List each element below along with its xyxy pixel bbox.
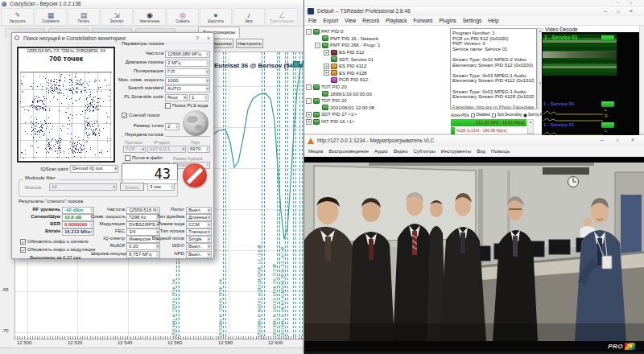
menu-item[interactable]: Аудио (374, 149, 388, 154)
result-value[interactable]: Transport (186, 228, 212, 236)
expand-icon[interactable]: + (324, 64, 329, 69)
stop-scan-icon[interactable] (183, 163, 207, 187)
tree-item[interactable]: PMT PID 16 - Network (306, 35, 449, 43)
pl-scramble-mode[interactable]: Root (165, 94, 188, 101)
pid-rate-bar[interactable]: 512 (97.04% - 15.83 Mbps) (451, 119, 526, 126)
menu-item[interactable]: Видео (394, 149, 408, 154)
tree-item[interactable]: + SDT PID 17 <1> (306, 111, 449, 118)
tree-item[interactable]: + ES PID 512 (306, 49, 449, 56)
minimize-icon[interactable]: – (617, 0, 619, 5)
expand-icon[interactable]: + (306, 119, 312, 125)
tree-item[interactable]: - TDT PID 20 (306, 97, 449, 105)
result-value[interactable]: CCM (186, 221, 212, 228)
tree-item[interactable]: 1899/1/19 00:00:00 (306, 90, 449, 97)
update-info-checkbox[interactable]: Обновлять инфо о сигнале (20, 239, 89, 245)
menu-item[interactable]: Медиа (308, 149, 323, 154)
result-value[interactable]: Выкл. (186, 251, 212, 258)
expand-icon[interactable]: - (306, 29, 312, 35)
menu-item[interactable]: View (345, 18, 356, 23)
expand-icon[interactable]: + (324, 70, 329, 76)
tree-item[interactable]: - PMT PID 266 - Progr. 1 (306, 42, 449, 49)
pl-scramble-number[interactable]: 1 (189, 94, 208, 101)
result-value[interactable]: Выкл. (186, 207, 212, 214)
menu-item[interactable]: Export (323, 18, 338, 23)
minimize-icon[interactable]: – (601, 7, 610, 15)
tsreader-scrollbar[interactable] (639, 26, 644, 135)
menu-item[interactable]: File (308, 18, 316, 23)
pid-rate-bar[interactable]: 4128 (1.21% - 196.99 Kbps) (451, 127, 526, 134)
constellation-dot (60, 76, 61, 76)
tree-item[interactable]: + ES PID 4112 (306, 63, 449, 70)
disabled-checkbox[interactable]: Disabled (471, 113, 490, 117)
expand-icon[interactable]: - (306, 98, 312, 104)
toolbar-button[interactable]: Загрузить (2, 8, 34, 26)
menu-item[interactable]: Помощь (491, 149, 510, 154)
expand-icon[interactable]: - (306, 84, 312, 90)
tree-item[interactable]: 2001/06/01 12:00:08 (306, 105, 449, 112)
toolbar-button[interactable]: Печать (68, 8, 100, 26)
pls-search-checkbox[interactable]: Поиск PLS-кода (165, 103, 208, 109)
protocol-select[interactable]: TCP (123, 146, 146, 153)
port-field[interactable]: 6970 (188, 146, 210, 153)
vlc-video-area[interactable]: PRO TV (304, 157, 644, 354)
tree-item[interactable]: SDT: Service 01 (306, 56, 449, 63)
maximize-icon[interactable]: □ (613, 136, 622, 144)
expand-icon[interactable]: + (324, 50, 329, 56)
tree-item[interactable]: + ES PID 4128 (306, 70, 449, 77)
toolbar-button[interactable]: Сохранить (35, 8, 67, 26)
param-value[interactable]: 2 МГц (165, 60, 210, 67)
dot-size-value[interactable]: 2 (165, 123, 180, 130)
configure-button[interactable]: Настроить (236, 39, 263, 48)
modcode-select[interactable]: All (49, 183, 117, 191)
menu-item[interactable]: Playback (386, 18, 407, 23)
update-info-checkbox[interactable]: Обновлять инфо о модуляции (20, 247, 95, 253)
toolbar-button[interactable]: Транспондеры (266, 8, 298, 26)
tree-item[interactable]: PCR PID 512 (306, 76, 449, 84)
toolbar-button[interactable]: Экспорт (101, 8, 133, 26)
menu-item[interactable]: Help (488, 18, 498, 23)
tree-item[interactable]: - PAT PID 0 (306, 28, 449, 35)
param-value[interactable]: AUTO (165, 85, 210, 93)
expand-icon[interactable]: - (315, 43, 320, 48)
result-value[interactable]: Выкл. (186, 243, 212, 250)
toolbar-button[interactable]: Звук (233, 8, 265, 26)
result-value: 16,313 Мби (62, 228, 94, 236)
result-value[interactable]: Длинный (186, 214, 212, 221)
sort-by-rate-radio[interactable]: Sort by Rate (523, 113, 542, 117)
ip-address-field[interactable]: 127.0.0.1 (147, 146, 186, 153)
menu-item[interactable]: Субтитры (413, 149, 435, 154)
toolbar-button[interactable]: Увеличение (134, 8, 166, 26)
tree-item[interactable]: - TOT PID 20 (306, 84, 449, 91)
pid-scrollbar[interactable]: ▲ (527, 119, 534, 134)
param-value[interactable]: Г/Л (165, 68, 210, 76)
menu-item[interactable]: Record (362, 18, 379, 23)
minimize-icon[interactable]: – (597, 136, 607, 144)
detect-button[interactable]: Detect (120, 183, 144, 191)
detect-interval[interactable]: 3 сек (147, 183, 175, 191)
constellation-dot (72, 92, 72, 93)
help-button[interactable]: ? (192, 35, 202, 43)
menu-item[interactable]: Инструменты (441, 149, 471, 154)
close-icon[interactable]: × (204, 35, 213, 43)
close-icon[interactable]: × (626, 7, 636, 15)
menu-item[interactable]: Вид (477, 149, 485, 154)
menu-item[interactable]: Воспроизведение (328, 149, 369, 154)
menu-item[interactable]: Forward (414, 18, 433, 23)
menu-item[interactable]: Settings (463, 18, 482, 23)
tree-item[interactable]: + NIT PID 16 <1> (306, 118, 449, 126)
sort-descending-checkbox[interactable]: Sort Decending (492, 113, 522, 117)
result-value[interactable]: Single (186, 236, 212, 243)
maximize-icon[interactable]: □ (613, 7, 623, 15)
blind-search-checkbox[interactable]: Слепой поиск (122, 113, 159, 118)
toolbar-button[interactable]: Сканить (167, 8, 199, 26)
toolbar-button[interactable]: Шерстить (200, 8, 232, 26)
menu-item[interactable]: Plugins (439, 18, 456, 23)
legend-chip-icon[interactable] (293, 61, 299, 68)
maximize-icon[interactable]: □ (630, 0, 632, 5)
param-value[interactable]: 1000 (165, 77, 210, 84)
close-icon[interactable]: × (628, 136, 638, 144)
iqscan-paint-select[interactable]: Demod IQ out (70, 165, 118, 173)
stream-to-file-checkbox[interactable]: Поток в файл (125, 155, 163, 161)
expand-icon[interactable]: + (306, 112, 312, 117)
param-value[interactable]: 12568,080 МГц (165, 51, 210, 58)
